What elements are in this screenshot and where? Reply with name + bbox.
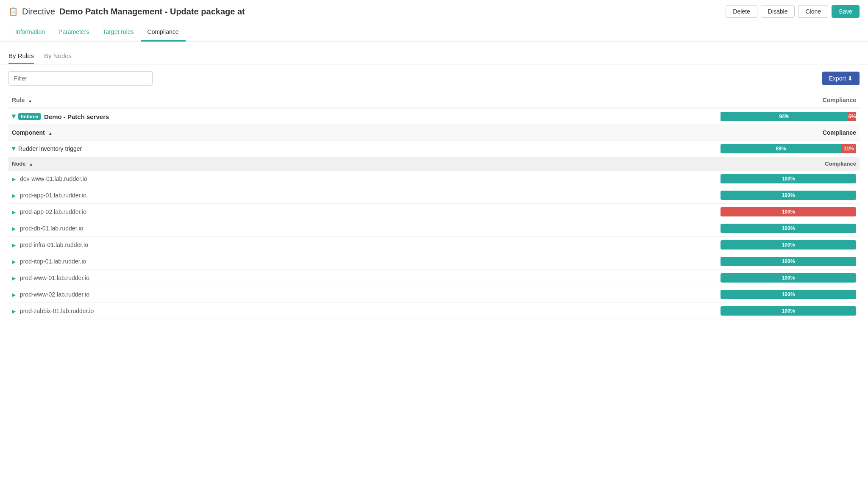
export-button[interactable]: Export ⬇ <box>822 72 860 85</box>
node-row: ▶ prod-itop-01.lab.rudder.io 100% <box>8 253 860 270</box>
node-bar: 100% <box>721 257 856 266</box>
node-compliance-cell: 100% <box>367 270 860 286</box>
node-name: prod-app-02.lab.rudder.io <box>20 208 86 215</box>
node-bar: 100% <box>721 290 856 299</box>
node-chevron[interactable]: ▶ <box>12 242 16 248</box>
node-row: ▶ dev-www-01.lab.rudder.io 100% <box>8 171 860 187</box>
node-chevron[interactable]: ▶ <box>12 275 16 281</box>
node-name: prod-itop-01.lab.rudder.io <box>20 258 86 265</box>
node-compliance-cell: 100% <box>367 286 860 303</box>
node-chevron[interactable]: ▶ <box>12 292 16 298</box>
document-icon: 📋 <box>8 7 18 16</box>
tab-information[interactable]: Information <box>8 23 52 42</box>
node-name-cell: ▶ prod-zabbix-01.lab.rudder.io <box>8 303 367 319</box>
node-sort-icon[interactable]: ▲ <box>29 162 33 166</box>
node-name: prod-www-01.lab.rudder.io <box>20 274 89 281</box>
rule-sort-icon[interactable]: ▲ <box>28 98 32 103</box>
disable-button[interactable]: Disable <box>761 5 795 18</box>
node-bar: 100% <box>721 273 856 283</box>
node-name-cell: ▶ prod-itop-01.lab.rudder.io <box>8 253 367 270</box>
title-bold: Demo Patch Management - Update package a… <box>59 7 245 17</box>
node-chevron[interactable]: ▶ <box>12 226 16 232</box>
node-compliance-cell: 100% <box>367 171 860 187</box>
component-compliance-col: Compliance <box>367 125 860 141</box>
node-name-cell: ▶ prod-app-01.lab.rudder.io <box>8 187 367 204</box>
page-header: 📋 Directive Demo Patch Management - Upda… <box>0 0 868 23</box>
node-chevron[interactable]: ▶ <box>12 176 16 182</box>
comp-bar-red: 11% <box>841 144 856 153</box>
node-name: prod-infra-01.lab.rudder.io <box>20 241 88 248</box>
table-header-row: Rule ▲ Compliance <box>8 92 860 108</box>
node-row: ▶ prod-infra-01.lab.rudder.io 100% <box>8 237 860 253</box>
save-button[interactable]: Save <box>832 5 860 18</box>
node-bar: 100% <box>721 191 856 200</box>
component-header-row: Component ▲ Compliance <box>8 125 860 141</box>
node-name-cell: ▶ prod-www-01.lab.rudder.io <box>8 270 367 286</box>
table-wrap: Rule ▲ Compliance ▶ Enforce Demo - Patch… <box>0 92 868 319</box>
node-row: ▶ prod-app-01.lab.rudder.io 100% <box>8 187 860 204</box>
component-row: ▶ Rudder inventory trigger 89% 11% <box>8 141 860 157</box>
node-compliance-bar: 100% <box>721 207 856 216</box>
component-name: Rudder inventory trigger <box>18 145 82 152</box>
node-chevron[interactable]: ▶ <box>12 193 16 199</box>
filter-input[interactable] <box>8 71 153 86</box>
node-row: ▶ prod-db-01.lab.rudder.io 100% <box>8 220 860 237</box>
enforce-badge: Enforce <box>18 113 41 120</box>
node-compliance-cell: 100% <box>367 220 860 237</box>
sub-tab-by-nodes[interactable]: By Nodes <box>44 49 72 64</box>
node-bar: 100% <box>721 207 856 216</box>
page-title: 📋 Directive Demo Patch Management - Upda… <box>8 7 245 17</box>
node-row: ▶ prod-zabbix-01.lab.rudder.io 100% <box>8 303 860 319</box>
delete-button[interactable]: Delete <box>726 5 757 18</box>
node-name: prod-www-02.lab.rudder.io <box>20 291 89 298</box>
component-col-label: Component ▲ <box>8 125 367 141</box>
node-compliance-col: Compliance <box>367 157 860 171</box>
node-compliance-cell: 100% <box>367 204 860 220</box>
compliance-table: Rule ▲ Compliance ▶ Enforce Demo - Patch… <box>8 92 860 319</box>
tab-parameters[interactable]: Parameters <box>52 23 96 42</box>
node-name: prod-db-01.lab.rudder.io <box>20 225 83 232</box>
clone-button[interactable]: Clone <box>798 5 828 18</box>
node-name-cell: ▶ dev-www-01.lab.rudder.io <box>8 171 367 187</box>
bar-red: 6% <box>848 112 856 121</box>
node-compliance-bar: 100% <box>721 240 856 250</box>
rule-chevron[interactable]: ▶ <box>11 115 17 119</box>
node-compliance-bar: 100% <box>721 290 856 299</box>
header-actions: Delete Disable Clone Save <box>726 5 860 18</box>
node-bar: 100% <box>721 224 856 233</box>
toolbar: Export ⬇ <box>0 64 868 92</box>
node-compliance-bar: 100% <box>721 224 856 233</box>
node-compliance-bar: 100% <box>721 306 856 316</box>
sub-tabs: By Rules By Nodes <box>0 42 868 64</box>
node-col-label: Node ▲ <box>8 157 367 171</box>
component-compliance-cell: 89% 11% <box>367 141 860 157</box>
comp-bar-green: 89% <box>721 144 841 153</box>
node-chevron[interactable]: ▶ <box>12 308 16 314</box>
node-name: dev-www-01.lab.rudder.io <box>20 175 87 182</box>
rule-row: ▶ Enforce Demo - Patch servers 94% 6% <box>8 108 860 125</box>
node-chevron[interactable]: ▶ <box>12 259 16 265</box>
tab-compliance[interactable]: Compliance <box>141 23 186 42</box>
node-name-cell: ▶ prod-infra-01.lab.rudder.io <box>8 237 367 253</box>
node-compliance-cell: 100% <box>367 253 860 270</box>
component-chevron[interactable]: ▶ <box>11 147 17 151</box>
node-compliance-bar: 100% <box>721 191 856 200</box>
node-row: ▶ prod-www-02.lab.rudder.io 100% <box>8 286 860 303</box>
node-chevron[interactable]: ▶ <box>12 209 16 215</box>
sub-tab-by-rules[interactable]: By Rules <box>8 49 34 64</box>
node-name: prod-zabbix-01.lab.rudder.io <box>20 308 94 314</box>
component-name-cell: ▶ Rudder inventory trigger <box>8 141 367 157</box>
col-compliance: Compliance <box>367 92 860 108</box>
component-sort-icon[interactable]: ▲ <box>48 131 53 136</box>
node-compliance-cell: 100% <box>367 187 860 204</box>
node-compliance-cell: 100% <box>367 237 860 253</box>
node-name: prod-app-01.lab.rudder.io <box>20 192 86 199</box>
node-bar: 100% <box>721 174 856 183</box>
node-header-row: Node ▲ Compliance <box>8 157 860 171</box>
bar-green: 94% <box>721 112 848 121</box>
node-row: ▶ prod-www-01.lab.rudder.io 100% <box>8 270 860 286</box>
tab-target-rules[interactable]: Target rules <box>96 23 140 42</box>
node-compliance-bar: 100% <box>721 257 856 266</box>
node-bar: 100% <box>721 306 856 316</box>
nav-tabs: Information Parameters Target rules Comp… <box>0 23 868 42</box>
